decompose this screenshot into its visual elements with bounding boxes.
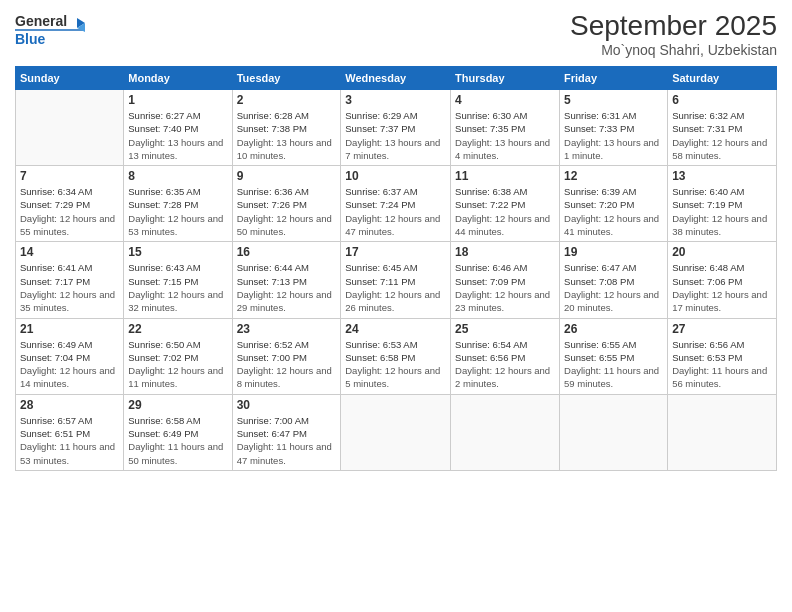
sunset-text: Sunset: 7:06 PM bbox=[672, 275, 772, 288]
cell-date: 21 bbox=[20, 322, 119, 336]
sunset-text: Sunset: 7:00 PM bbox=[237, 351, 337, 364]
cell-info: Sunrise: 6:38 AM Sunset: 7:22 PM Dayligh… bbox=[455, 185, 555, 238]
calendar-cell: 12 Sunrise: 6:39 AM Sunset: 7:20 PM Dayl… bbox=[560, 166, 668, 242]
sunrise-text: Sunrise: 6:36 AM bbox=[237, 185, 337, 198]
sunrise-text: Sunrise: 6:38 AM bbox=[455, 185, 555, 198]
daylight-text: Daylight: 12 hours and 20 minutes. bbox=[564, 288, 663, 315]
cell-info: Sunrise: 6:27 AM Sunset: 7:40 PM Dayligh… bbox=[128, 109, 227, 162]
cell-info: Sunrise: 6:57 AM Sunset: 6:51 PM Dayligh… bbox=[20, 414, 119, 467]
cell-date: 29 bbox=[128, 398, 227, 412]
cell-date: 14 bbox=[20, 245, 119, 259]
cell-info: Sunrise: 6:34 AM Sunset: 7:29 PM Dayligh… bbox=[20, 185, 119, 238]
calendar-week-row: 21 Sunrise: 6:49 AM Sunset: 7:04 PM Dayl… bbox=[16, 318, 777, 394]
cell-info: Sunrise: 6:56 AM Sunset: 6:53 PM Dayligh… bbox=[672, 338, 772, 391]
daylight-text: Daylight: 12 hours and 32 minutes. bbox=[128, 288, 227, 315]
sunrise-text: Sunrise: 6:55 AM bbox=[564, 338, 663, 351]
daylight-text: Daylight: 12 hours and 47 minutes. bbox=[345, 212, 446, 239]
svg-text:General: General bbox=[15, 13, 67, 29]
svg-text:Blue: Blue bbox=[15, 31, 46, 47]
daylight-text: Daylight: 12 hours and 53 minutes. bbox=[128, 212, 227, 239]
cell-info: Sunrise: 6:31 AM Sunset: 7:33 PM Dayligh… bbox=[564, 109, 663, 162]
cell-date: 7 bbox=[20, 169, 119, 183]
sunset-text: Sunset: 7:17 PM bbox=[20, 275, 119, 288]
calendar-cell: 24 Sunrise: 6:53 AM Sunset: 6:58 PM Dayl… bbox=[341, 318, 451, 394]
sunset-text: Sunset: 7:33 PM bbox=[564, 122, 663, 135]
cell-date: 22 bbox=[128, 322, 227, 336]
sunrise-text: Sunrise: 6:43 AM bbox=[128, 261, 227, 274]
cell-info: Sunrise: 6:45 AM Sunset: 7:11 PM Dayligh… bbox=[345, 261, 446, 314]
sunset-text: Sunset: 6:47 PM bbox=[237, 427, 337, 440]
cell-info: Sunrise: 6:37 AM Sunset: 7:24 PM Dayligh… bbox=[345, 185, 446, 238]
sunrise-text: Sunrise: 6:50 AM bbox=[128, 338, 227, 351]
cell-date: 5 bbox=[564, 93, 663, 107]
calendar-cell: 3 Sunrise: 6:29 AM Sunset: 7:37 PM Dayli… bbox=[341, 90, 451, 166]
sunrise-text: Sunrise: 6:58 AM bbox=[128, 414, 227, 427]
col-thursday: Thursday bbox=[451, 67, 560, 90]
cell-info: Sunrise: 6:58 AM Sunset: 6:49 PM Dayligh… bbox=[128, 414, 227, 467]
sunrise-text: Sunrise: 6:47 AM bbox=[564, 261, 663, 274]
title-area: September 2025 Mo`ynoq Shahri, Uzbekista… bbox=[570, 10, 777, 58]
col-monday: Monday bbox=[124, 67, 232, 90]
calendar-cell bbox=[451, 394, 560, 470]
calendar-week-row: 1 Sunrise: 6:27 AM Sunset: 7:40 PM Dayli… bbox=[16, 90, 777, 166]
calendar-table: Sunday Monday Tuesday Wednesday Thursday… bbox=[15, 66, 777, 471]
calendar-cell: 23 Sunrise: 6:52 AM Sunset: 7:00 PM Dayl… bbox=[232, 318, 341, 394]
daylight-text: Daylight: 13 hours and 1 minute. bbox=[564, 136, 663, 163]
sunset-text: Sunset: 7:38 PM bbox=[237, 122, 337, 135]
calendar-cell bbox=[16, 90, 124, 166]
calendar-cell: 10 Sunrise: 6:37 AM Sunset: 7:24 PM Dayl… bbox=[341, 166, 451, 242]
daylight-text: Daylight: 12 hours and 17 minutes. bbox=[672, 288, 772, 315]
calendar-cell: 15 Sunrise: 6:43 AM Sunset: 7:15 PM Dayl… bbox=[124, 242, 232, 318]
sunrise-text: Sunrise: 6:45 AM bbox=[345, 261, 446, 274]
sunset-text: Sunset: 7:37 PM bbox=[345, 122, 446, 135]
cell-date: 13 bbox=[672, 169, 772, 183]
sunset-text: Sunset: 7:22 PM bbox=[455, 198, 555, 211]
calendar-cell: 11 Sunrise: 6:38 AM Sunset: 7:22 PM Dayl… bbox=[451, 166, 560, 242]
cell-info: Sunrise: 6:46 AM Sunset: 7:09 PM Dayligh… bbox=[455, 261, 555, 314]
sunset-text: Sunset: 7:20 PM bbox=[564, 198, 663, 211]
sunset-text: Sunset: 6:49 PM bbox=[128, 427, 227, 440]
daylight-text: Daylight: 12 hours and 50 minutes. bbox=[237, 212, 337, 239]
calendar-cell: 28 Sunrise: 6:57 AM Sunset: 6:51 PM Dayl… bbox=[16, 394, 124, 470]
cell-date: 18 bbox=[455, 245, 555, 259]
sunset-text: Sunset: 7:29 PM bbox=[20, 198, 119, 211]
daylight-text: Daylight: 12 hours and 26 minutes. bbox=[345, 288, 446, 315]
sunrise-text: Sunrise: 7:00 AM bbox=[237, 414, 337, 427]
calendar-cell: 5 Sunrise: 6:31 AM Sunset: 7:33 PM Dayli… bbox=[560, 90, 668, 166]
cell-info: Sunrise: 6:40 AM Sunset: 7:19 PM Dayligh… bbox=[672, 185, 772, 238]
sunrise-text: Sunrise: 6:27 AM bbox=[128, 109, 227, 122]
calendar-cell bbox=[668, 394, 777, 470]
cell-info: Sunrise: 6:55 AM Sunset: 6:55 PM Dayligh… bbox=[564, 338, 663, 391]
calendar-week-row: 14 Sunrise: 6:41 AM Sunset: 7:17 PM Dayl… bbox=[16, 242, 777, 318]
logo-svg: General Blue bbox=[15, 10, 95, 48]
sunset-text: Sunset: 7:31 PM bbox=[672, 122, 772, 135]
cell-info: Sunrise: 6:32 AM Sunset: 7:31 PM Dayligh… bbox=[672, 109, 772, 162]
cell-info: Sunrise: 6:35 AM Sunset: 7:28 PM Dayligh… bbox=[128, 185, 227, 238]
cell-date: 26 bbox=[564, 322, 663, 336]
sunrise-text: Sunrise: 6:44 AM bbox=[237, 261, 337, 274]
col-friday: Friday bbox=[560, 67, 668, 90]
calendar-cell: 22 Sunrise: 6:50 AM Sunset: 7:02 PM Dayl… bbox=[124, 318, 232, 394]
sunrise-text: Sunrise: 6:48 AM bbox=[672, 261, 772, 274]
cell-info: Sunrise: 6:29 AM Sunset: 7:37 PM Dayligh… bbox=[345, 109, 446, 162]
sunrise-text: Sunrise: 6:28 AM bbox=[237, 109, 337, 122]
cell-date: 1 bbox=[128, 93, 227, 107]
sunset-text: Sunset: 7:35 PM bbox=[455, 122, 555, 135]
cell-date: 24 bbox=[345, 322, 446, 336]
daylight-text: Daylight: 12 hours and 35 minutes. bbox=[20, 288, 119, 315]
calendar-cell: 4 Sunrise: 6:30 AM Sunset: 7:35 PM Dayli… bbox=[451, 90, 560, 166]
daylight-text: Daylight: 13 hours and 4 minutes. bbox=[455, 136, 555, 163]
calendar-cell: 21 Sunrise: 6:49 AM Sunset: 7:04 PM Dayl… bbox=[16, 318, 124, 394]
sunset-text: Sunset: 7:04 PM bbox=[20, 351, 119, 364]
calendar-cell bbox=[560, 394, 668, 470]
daylight-text: Daylight: 12 hours and 8 minutes. bbox=[237, 364, 337, 391]
daylight-text: Daylight: 11 hours and 53 minutes. bbox=[20, 440, 119, 467]
daylight-text: Daylight: 12 hours and 2 minutes. bbox=[455, 364, 555, 391]
cell-date: 16 bbox=[237, 245, 337, 259]
cell-date: 30 bbox=[237, 398, 337, 412]
cell-date: 28 bbox=[20, 398, 119, 412]
daylight-text: Daylight: 12 hours and 41 minutes. bbox=[564, 212, 663, 239]
sunset-text: Sunset: 6:58 PM bbox=[345, 351, 446, 364]
cell-date: 12 bbox=[564, 169, 663, 183]
cell-date: 3 bbox=[345, 93, 446, 107]
